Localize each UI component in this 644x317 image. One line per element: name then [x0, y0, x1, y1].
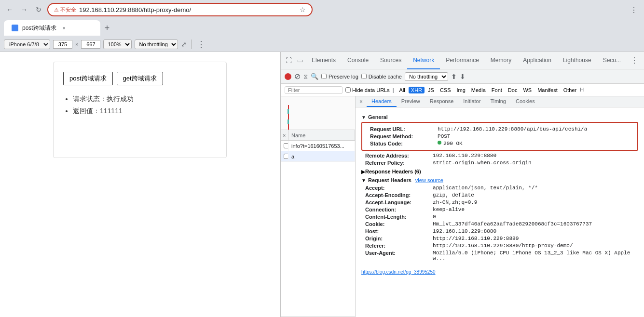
filter-ws[interactable]: WS [521, 87, 534, 93]
response-headers-section-header[interactable]: Response Headers (6) [361, 169, 638, 174]
detail-content: General Request URL: http://192.168.110.… [356, 107, 644, 317]
user-agent-label: User-Agent: [365, 250, 433, 262]
filter-media[interactable]: Media [469, 87, 488, 93]
get-cross-origin-button[interactable]: get跨域请求 [117, 72, 163, 85]
view-source-link[interactable]: view source [415, 177, 443, 183]
footer-link[interactable]: https://blog.csdn.net/qq_38995250 [361, 269, 638, 275]
disable-cache-checkbox[interactable]: Disable cache [361, 74, 402, 79]
content-length-value: 0 [433, 214, 436, 220]
forward-button[interactable]: → [18, 4, 30, 15]
network-toolbar: ⊘ ⧖ 🔍 Preserve log Disable cache No thro… [281, 69, 644, 84]
waterfall-bg [281, 96, 355, 130]
filter-input[interactable] [285, 86, 343, 94]
detail-tab-timing[interactable]: Timing [485, 96, 511, 107]
tab-application[interactable]: Application [517, 52, 557, 69]
content-length-label: Content-Length: [365, 214, 433, 220]
main-area: post跨域请求 get跨域请求 请求状态：执行成功 返回值：111111 ⛶ … [0, 52, 644, 317]
general-section-header[interactable]: General [361, 114, 638, 120]
filter-js[interactable]: JS [425, 87, 437, 93]
responsive-toolbar: iPhone 6/7/8 375 × 667 100% No throttlin… [0, 37, 644, 52]
back-button[interactable]: ← [4, 4, 15, 15]
tab-lighthouse[interactable]: Lighthouse [557, 52, 597, 69]
clear-button[interactable]: ⊘ [294, 72, 301, 81]
status-code-row: Status Code: 200 OK [366, 141, 633, 146]
filter-doc[interactable]: Doc [506, 87, 520, 93]
filter-row: Hide data URLs | All XHR JS CSS Img Medi… [281, 84, 644, 96]
request-headers-expand-icon[interactable] [361, 178, 366, 183]
height-input[interactable]: 667 [81, 40, 100, 49]
request-row-2[interactable]: a [281, 151, 355, 162]
tab-memory[interactable]: Memory [485, 52, 517, 69]
request-row-1[interactable]: info?t=16160517653... [281, 141, 355, 151]
filter-more[interactable]: H [580, 87, 584, 93]
chrome-menu-button[interactable]: ⋮ [628, 3, 640, 16]
filter-other[interactable]: Other [561, 87, 579, 93]
browser-tab[interactable]: post跨域请求 × [4, 20, 100, 36]
detail-tab-cookies[interactable]: Cookies [511, 96, 540, 107]
request-headers-title: Request Headers [368, 177, 411, 183]
filter-types: All XHR JS CSS Img Media Font Doc WS Man… [397, 87, 584, 93]
row1-checkbox[interactable] [281, 141, 288, 151]
cookie-row: Cookie: Hm_lvt_337df40afea62aaf7ade82920… [361, 221, 638, 227]
preserve-log-checkbox[interactable]: Preserve log [321, 74, 358, 79]
detail-panel: × Headers Preview Response Initiator Tim… [356, 96, 644, 317]
filter-img[interactable]: Img [454, 87, 468, 93]
origin-label: Origin: [365, 236, 433, 241]
request-url-row: Request URL: http://192.168.110.229:8880… [366, 126, 633, 132]
referer-value: http://192.168.110.229:8880/http-proxy-d… [433, 243, 573, 249]
tab-network[interactable]: Network [407, 52, 440, 69]
throttle-selector[interactable]: No throttling [135, 40, 178, 49]
import-button[interactable]: ⬆ [451, 73, 457, 80]
record-button[interactable] [285, 73, 291, 80]
request-method-value: POST [438, 133, 450, 139]
tab-sources[interactable]: Sources [374, 52, 407, 69]
width-input[interactable]: 375 [53, 40, 72, 49]
tab-security[interactable]: Secu... [597, 52, 627, 69]
devtools-tab-bar: ⛶ ▭ Elements Console Sources Network Per… [281, 52, 644, 69]
request-bar-2 [288, 119, 289, 124]
request-headers-section-header: Request Headers view source [361, 177, 638, 183]
post-cross-origin-button[interactable]: post跨域请求 [63, 72, 113, 85]
origin-value: http://192.168.110.229:8880 [433, 236, 519, 241]
filter-button[interactable]: ⧖ [303, 73, 308, 80]
tab-close-button[interactable]: × [60, 24, 68, 32]
request-url-value: http://192.168.110.229:8880/api/bus-api/… [438, 126, 587, 132]
tab-performance[interactable]: Performance [440, 52, 485, 69]
general-box: Request URL: http://192.168.110.229:8880… [361, 122, 638, 151]
refresh-button[interactable]: ↻ [33, 4, 44, 15]
tab-console[interactable]: Console [342, 52, 374, 69]
detail-tab-preview[interactable]: Preview [397, 96, 425, 107]
filter-all[interactable]: All [397, 87, 408, 93]
mobile-frame: post跨域请求 get跨域请求 请求状态：执行成功 返回值：111111 [0, 52, 280, 317]
referer-row: Referer: http://192.168.110.229:8880/htt… [361, 243, 638, 249]
rotate-icon[interactable]: ⤢ [181, 40, 187, 48]
col-close[interactable]: × [281, 130, 288, 140]
device-selector[interactable]: iPhone 6/7/8 [4, 40, 50, 49]
bookmark-icon[interactable]: ☆ [300, 6, 306, 13]
response-headers-title: Response Headers (6) [365, 169, 421, 174]
detail-tab-response[interactable]: Response [425, 96, 459, 107]
filter-xhr[interactable]: XHR [409, 87, 425, 93]
detail-tab-headers[interactable]: Headers [367, 96, 397, 107]
devtools-more-button[interactable]: ⋮ [627, 54, 642, 67]
new-tab-button[interactable]: + [100, 21, 114, 35]
remote-address-row: Remote Address: 192.168.110.229:8880 [361, 153, 638, 158]
address-bar[interactable]: ⚠ 不安全 192.168.110.229:8880/http-proxy-de… [47, 3, 313, 16]
more-options-icon[interactable]: ⋮ [197, 39, 206, 50]
filter-css[interactable]: CSS [438, 87, 453, 93]
inspector-icon[interactable]: ⛶ [283, 55, 294, 66]
detail-tab-initiator[interactable]: Initiator [458, 96, 485, 107]
export-button[interactable]: ⬇ [460, 73, 466, 80]
filter-manifest[interactable]: Manifest [535, 87, 560, 93]
filter-font[interactable]: Font [489, 87, 505, 93]
status-dot [438, 141, 441, 145]
status-code-label: Status Code: [370, 141, 438, 146]
zoom-selector[interactable]: 100% [103, 40, 132, 49]
hide-data-urls-checkbox[interactable]: Hide data URLs [345, 87, 390, 93]
detail-close-button[interactable]: × [356, 96, 367, 107]
tab-elements[interactable]: Elements [306, 52, 342, 69]
search-button[interactable]: 🔍 [311, 73, 318, 80]
network-throttle-select[interactable]: No throttling [405, 72, 448, 81]
row2-checkbox[interactable] [281, 151, 288, 161]
device-toggle-icon[interactable]: ▭ [294, 55, 306, 66]
